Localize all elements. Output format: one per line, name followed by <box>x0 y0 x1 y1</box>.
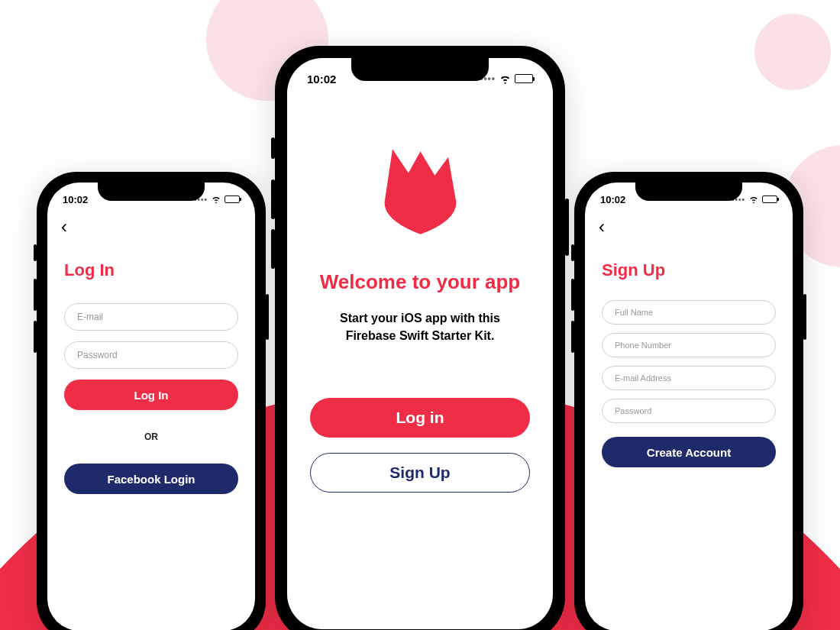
wifi-icon <box>748 194 759 205</box>
login-button[interactable]: Log In <box>64 380 238 410</box>
password-field[interactable]: Password <box>602 399 776 423</box>
welcome-title: Welcome to your app <box>310 270 530 294</box>
phone-notch <box>351 58 489 81</box>
wifi-icon <box>499 73 512 86</box>
phone-notch <box>635 183 742 201</box>
battery-icon <box>515 74 533 83</box>
email-field[interactable]: E-mail Address <box>602 366 776 390</box>
flame-logo-icon <box>380 145 460 240</box>
welcome-subtitle: Start your iOS app with this Firebase Sw… <box>310 309 530 344</box>
facebook-login-button[interactable]: Facebook Login <box>64 464 238 494</box>
fullname-field[interactable]: Full Name <box>602 300 776 325</box>
password-field[interactable]: Password <box>64 341 238 369</box>
email-field[interactable]: E-mail <box>64 303 238 331</box>
input-placeholder: E-mail <box>77 312 103 322</box>
phone-frame-login: 10:02 ••••• ‹ Log In E-mail Password Log… <box>37 172 266 630</box>
bg-circle <box>754 14 831 90</box>
battery-icon <box>762 195 777 203</box>
input-placeholder: Password <box>77 350 118 360</box>
input-placeholder: Phone Number <box>615 341 671 350</box>
input-placeholder: E-mail Address <box>615 373 671 383</box>
wifi-icon <box>211 194 221 205</box>
back-chevron-icon[interactable]: ‹ <box>61 216 67 237</box>
status-time: 10:02 <box>63 194 88 205</box>
back-chevron-icon[interactable]: ‹ <box>599 216 605 237</box>
phone-notch <box>98 183 205 201</box>
or-divider: OR <box>64 431 238 442</box>
phone-frame-welcome: 10:02 ••••• Welcome to your app Start yo… <box>275 46 565 630</box>
page-title: Log In <box>64 260 238 280</box>
battery-icon <box>225 195 240 203</box>
input-placeholder: Full Name <box>615 308 653 317</box>
phone-field[interactable]: Phone Number <box>602 333 776 357</box>
page-title: Sign Up <box>602 260 776 280</box>
signup-button[interactable]: Sign Up <box>310 453 530 493</box>
status-time: 10:02 <box>600 194 625 205</box>
login-button[interactable]: Log in <box>310 398 530 438</box>
phone-frame-signup: 10:02 ••••• ‹ Sign Up Full Name Phone Nu… <box>574 172 803 630</box>
status-time: 10:02 <box>307 73 336 86</box>
input-placeholder: Password <box>615 406 651 415</box>
create-account-button[interactable]: Create Account <box>602 437 776 467</box>
